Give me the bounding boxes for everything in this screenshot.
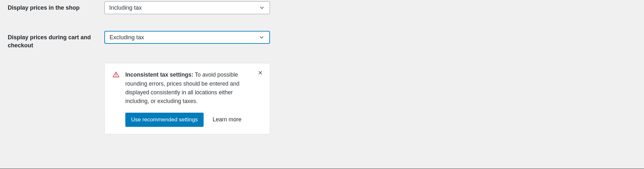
- svg-point-3: [116, 76, 116, 76]
- use-recommended-settings-button[interactable]: Use recommended settings: [125, 113, 204, 127]
- close-notice-button[interactable]: [257, 69, 264, 76]
- notice-actions: Use recommended settings Learn more: [125, 113, 262, 127]
- select-shop-prices-wrap: Including tax: [104, 1, 270, 14]
- row-cart-prices: Display prices during cart and checkout …: [8, 31, 636, 50]
- notice-text: Inconsistent tax settings: To avoid poss…: [125, 70, 262, 106]
- warning-icon: [112, 71, 120, 78]
- select-shop-prices-value: Including tax: [109, 5, 142, 11]
- chevron-down-icon: [258, 34, 265, 41]
- notice-inner: Inconsistent tax settings: To avoid poss…: [112, 70, 262, 106]
- close-icon: [258, 70, 263, 75]
- select-cart-prices-wrap: Excluding tax: [104, 31, 270, 44]
- select-cart-prices-value: Excluding tax: [110, 34, 144, 41]
- row-shop-prices: Display prices in the shop Including tax: [8, 1, 636, 14]
- label-cart-prices: Display prices during cart and checkout: [8, 31, 104, 50]
- learn-more-link[interactable]: Learn more: [213, 116, 242, 123]
- inconsistent-tax-notice: Inconsistent tax settings: To avoid poss…: [104, 63, 270, 134]
- chevron-down-icon: [259, 5, 265, 11]
- select-shop-prices[interactable]: Including tax: [104, 1, 270, 14]
- label-shop-prices: Display prices in the shop: [8, 1, 104, 12]
- select-cart-prices[interactable]: Excluding tax: [104, 31, 270, 44]
- notice-title: Inconsistent tax settings:: [125, 71, 193, 78]
